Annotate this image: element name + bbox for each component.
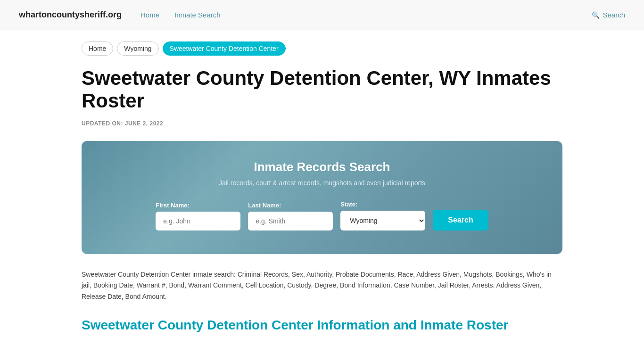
page-title: Sweetwater County Detention Center, WY I… bbox=[82, 67, 562, 113]
breadcrumb-wyoming[interactable]: Wyoming bbox=[117, 41, 158, 56]
first-name-group: First Name: bbox=[156, 202, 240, 230]
nav-link-home[interactable]: Home bbox=[140, 11, 159, 19]
nav-brand[interactable]: whartoncountysheriff.org bbox=[19, 10, 122, 20]
search-button[interactable]: Search bbox=[433, 210, 488, 230]
updated-on: UPDATED ON: JUNE 2, 2022 bbox=[82, 120, 562, 127]
section-heading: Sweetwater County Detention Center Infor… bbox=[82, 318, 562, 333]
first-name-input[interactable] bbox=[156, 212, 240, 230]
updated-prefix: UPDATED ON: bbox=[82, 120, 123, 127]
updated-date: JUNE 2, 2022 bbox=[125, 120, 163, 127]
state-select[interactable]: AlabamaAlaskaArizonaArkansasCaliforniaCo… bbox=[340, 211, 425, 230]
widget-subtitle: Jail records, court & arrest records, mu… bbox=[110, 179, 534, 187]
breadcrumb-sweetwater[interactable]: Sweetwater County Detention Center bbox=[163, 41, 286, 56]
navbar: whartoncountysheriff.org Home Inmate Sea… bbox=[0, 0, 644, 30]
last-name-group: Last Name: bbox=[248, 202, 333, 230]
search-form: First Name: Last Name: State: AlabamaAla… bbox=[110, 201, 534, 230]
state-label: State: bbox=[340, 201, 357, 208]
search-icon: 🔍 bbox=[592, 11, 600, 19]
description-text: Sweetwater County Detention Center inmat… bbox=[82, 269, 562, 303]
nav-search-label: Search bbox=[603, 11, 625, 19]
breadcrumb: Home Wyoming Sweetwater County Detention… bbox=[82, 41, 562, 56]
last-name-label: Last Name: bbox=[248, 202, 281, 209]
nav-link-inmate-search[interactable]: Inmate Search bbox=[174, 11, 221, 19]
widget-title: Inmate Records Search bbox=[110, 160, 534, 174]
nav-search[interactable]: 🔍 Search bbox=[592, 11, 625, 19]
main-content: Home Wyoming Sweetwater County Detention… bbox=[63, 30, 581, 352]
breadcrumb-home[interactable]: Home bbox=[82, 41, 113, 56]
search-widget: Inmate Records Search Jail records, cour… bbox=[82, 141, 562, 254]
first-name-label: First Name: bbox=[156, 202, 190, 209]
state-group: State: AlabamaAlaskaArizonaArkansasCalif… bbox=[340, 201, 425, 230]
last-name-input[interactable] bbox=[248, 212, 333, 230]
nav-links: Home Inmate Search bbox=[140, 11, 573, 19]
